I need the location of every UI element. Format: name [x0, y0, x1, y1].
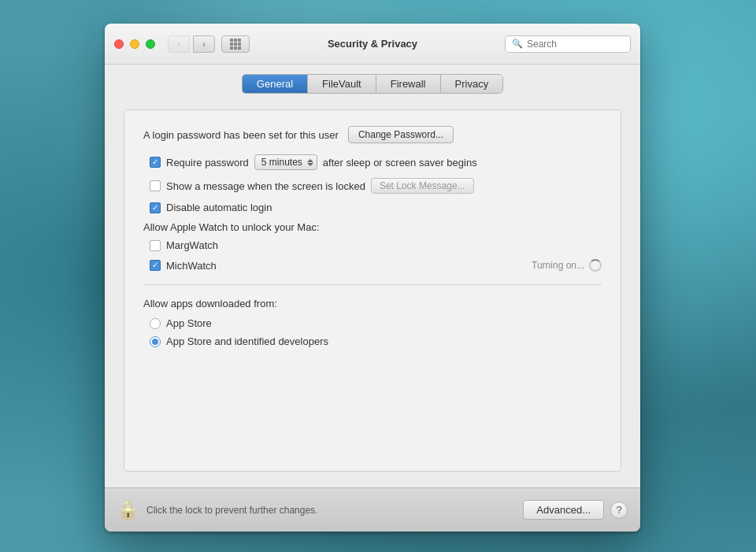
show-message-row: Show a message when the screen is locked…	[150, 178, 602, 194]
allow-apps-section: Allow apps downloaded from: App Store Ap…	[143, 298, 602, 347]
marg-watch-label: MargWatch	[166, 239, 218, 251]
section-divider	[143, 284, 602, 285]
traffic-lights	[114, 39, 155, 49]
spinner-icon	[589, 259, 602, 272]
lock-icon[interactable]: 🔒	[117, 500, 139, 521]
back-button[interactable]: ‹	[168, 35, 190, 53]
tab-bar: General FileVault Firewall Privacy	[105, 65, 640, 94]
footer-lock-text: Click the lock to prevent further change…	[146, 505, 523, 516]
search-icon: 🔍	[512, 39, 523, 49]
advanced-button[interactable]: Advanced...	[523, 500, 604, 520]
marg-watch-checkbox[interactable]	[150, 240, 161, 251]
apple-watch-section: Allow Apple Watch to unlock your Mac: Ma…	[143, 221, 602, 272]
mich-watch-option: MichWatch	[150, 260, 217, 272]
allow-apps-title: Allow apps downloaded from:	[143, 298, 602, 309]
require-password-suffix: after sleep or screen saver begins	[323, 157, 477, 169]
grid-button[interactable]	[221, 35, 250, 53]
mich-watch-checkbox[interactable]	[150, 260, 161, 271]
turning-on-indicator: Turning on...	[532, 259, 602, 272]
tab-privacy[interactable]: Privacy	[441, 75, 503, 93]
require-password-label: Require password	[166, 157, 249, 169]
app-store-identified-radio[interactable]	[150, 336, 161, 347]
footer-buttons: Advanced... ?	[523, 500, 628, 520]
disable-autologin-row: Disable automatic login	[150, 202, 602, 213]
mich-watch-label: MichWatch	[166, 260, 217, 272]
apple-watch-title: Allow Apple Watch to unlock your Mac:	[143, 221, 602, 233]
require-password-checkbox[interactable]	[150, 157, 161, 168]
mich-watch-row: MichWatch Turning on...	[150, 259, 602, 272]
content-area: A login password has been set for this u…	[105, 94, 640, 487]
disable-autologin-checkbox[interactable]	[150, 202, 161, 213]
minimize-button[interactable]	[130, 39, 139, 49]
app-store-identified-label: App Store and identified developers	[166, 335, 328, 347]
window-title: Security & Privacy	[328, 38, 417, 50]
tab-filevault[interactable]: FileVault	[308, 75, 376, 93]
nav-buttons: ‹ ›	[168, 35, 215, 53]
search-input[interactable]	[527, 39, 624, 50]
marg-watch-row: MargWatch	[150, 239, 602, 251]
search-box[interactable]: 🔍	[505, 35, 631, 53]
footer: 🔒 Click the lock to prevent further chan…	[105, 487, 640, 532]
require-password-dropdown[interactable]: 5 minutes	[254, 154, 317, 170]
app-store-row: App Store	[150, 317, 602, 329]
help-button[interactable]: ?	[610, 502, 628, 519]
dropdown-arrow-icon	[307, 159, 313, 166]
main-window: ‹ › Security & Privacy 🔍 General FileVau…	[105, 24, 640, 532]
options-section: Require password 5 minutes after sleep o…	[143, 154, 602, 213]
tab-firewall[interactable]: Firewall	[376, 75, 441, 93]
close-button[interactable]	[114, 39, 124, 49]
change-password-button[interactable]: Change Password...	[348, 126, 454, 143]
forward-button[interactable]: ›	[193, 35, 215, 53]
content-panel: A login password has been set for this u…	[124, 109, 621, 472]
login-password-row: A login password has been set for this u…	[143, 126, 602, 143]
turning-on-text: Turning on...	[532, 260, 584, 271]
app-store-label: App Store	[166, 317, 212, 329]
tab-general[interactable]: General	[243, 75, 308, 93]
set-lock-message-button[interactable]: Set Lock Message...	[371, 178, 474, 194]
grid-icon	[230, 39, 241, 50]
watch-items: MargWatch MichWatch Turning on...	[143, 239, 602, 272]
show-message-label: Show a message when the screen is locked	[166, 180, 365, 192]
require-password-value: 5 minutes	[261, 157, 302, 168]
app-store-radio[interactable]	[150, 318, 161, 329]
login-password-label: A login password has been set for this u…	[143, 129, 339, 141]
maximize-button[interactable]	[146, 39, 155, 49]
app-store-identified-row: App Store and identified developers	[150, 335, 602, 347]
show-message-checkbox[interactable]	[150, 180, 161, 191]
titlebar: ‹ › Security & Privacy 🔍	[105, 24, 640, 65]
disable-autologin-label: Disable automatic login	[166, 202, 272, 213]
tabs-group: General FileVault Firewall Privacy	[242, 74, 503, 94]
require-password-row: Require password 5 minutes after sleep o…	[150, 154, 602, 170]
radio-group: App Store App Store and identified devel…	[143, 317, 602, 347]
